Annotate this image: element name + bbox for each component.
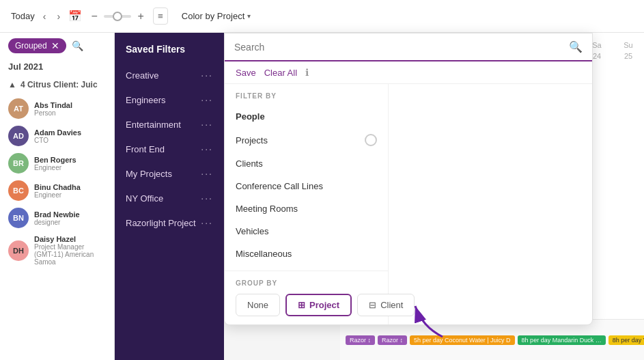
person-row: BC Binu Chadha Engineer: [0, 177, 114, 204]
person-info: Ben Rogers Engineer: [34, 156, 76, 171]
filter-dots-icon[interactable]: ···: [201, 119, 213, 130]
dropdown-arrow-icon: ▾: [247, 12, 251, 20]
filter-label: Razorlight Project: [126, 218, 196, 228]
group-by-section: GROUP BY None ⊞ Project ⊟ Client: [225, 271, 388, 316]
filter-option-label: Vehicles: [236, 226, 268, 236]
zoom-in-button[interactable]: +: [134, 10, 148, 23]
zoom-track: [104, 15, 131, 18]
filter-item-razorlight[interactable]: Razorlight Project ···: [115, 210, 224, 235]
list-view-button[interactable]: ≡: [153, 8, 168, 25]
grouped-tag: Grouped ✕: [8, 38, 66, 53]
grouped-bar: Grouped ✕ 🔍: [0, 33, 114, 59]
zoom-out-button[interactable]: −: [87, 10, 101, 23]
top-bar: Today ‹ › 📅 − + ≡ Color by Project ▾: [0, 0, 644, 33]
filter-by-label: FILTER BY: [225, 92, 388, 105]
zoom-thumb: [113, 12, 122, 21]
person-role: designer: [34, 219, 80, 226]
filter-search-input[interactable]: [234, 42, 563, 53]
avatar: AT: [8, 98, 29, 119]
schedule-chip: 8h per day Yell (YX89) | Hill & Rowe: [608, 335, 644, 345]
left-sidebar: Grouped ✕ 🔍 Jul 2021 ▲ 4 Citrus Client: …: [0, 33, 115, 360]
person-info: Adam Davies CTO: [34, 128, 81, 144]
schedule-chip: 8h per day Mandarin Duck …: [518, 335, 606, 345]
person-info: Brad Newbie designer: [34, 210, 80, 226]
group-none-button[interactable]: None: [236, 294, 280, 316]
search-icon[interactable]: 🔍: [72, 40, 83, 51]
filter-item-frontend[interactable]: Front End ···: [115, 137, 224, 161]
filter-actions: Save Clear All ℹ: [225, 61, 592, 84]
saved-filters-title: Saved Filters: [115, 33, 224, 63]
filter-option-label: People: [236, 111, 265, 122]
calendar-day-su: Su 25: [618, 38, 639, 60]
filter-left-col: FILTER BY People Projects Clients Confer…: [225, 84, 389, 324]
schedule-chip: Razor ↕: [378, 335, 407, 345]
filter-option-clients[interactable]: Clients: [225, 152, 388, 175]
filter-panel: 🔍 Save Clear All ℹ FILTER BY People Proj…: [224, 33, 593, 325]
filter-dots-icon[interactable]: ···: [201, 70, 213, 81]
avatar: BC: [8, 180, 29, 201]
filter-radio[interactable]: [365, 134, 377, 146]
color-by-label: Color by Project: [182, 11, 244, 21]
zoom-controls: − +: [87, 10, 148, 23]
citrus-header: ▲ 4 Citrus Client: Juic: [8, 80, 106, 89]
info-icon: ℹ: [305, 67, 309, 78]
filter-label: Front End: [126, 144, 165, 154]
nav-controls: Today ‹ › 📅 − + ≡: [11, 8, 168, 25]
filter-option-meeting[interactable]: Meeting Rooms: [225, 197, 388, 220]
citrus-title: 4 Citrus Client: Juic: [20, 80, 98, 89]
calendar-icon: 📅: [68, 10, 82, 23]
filter-label: My Projects: [126, 169, 172, 179]
filter-dots-icon[interactable]: ···: [201, 143, 213, 154]
person-row: AT Abs Tindal Person: [0, 95, 114, 122]
next-button[interactable]: ›: [54, 10, 63, 23]
person-name: Abs Tindal: [34, 101, 72, 109]
schedule-chip: Razor ↕: [346, 335, 375, 345]
filter-option-label: Clients: [236, 158, 263, 169]
today-button[interactable]: Today: [11, 11, 35, 21]
group-client-button[interactable]: ⊟ Client: [357, 294, 415, 316]
person-role: Project Manager: [34, 243, 106, 251]
avatar: BR: [8, 153, 29, 174]
filter-dots-icon[interactable]: ···: [201, 193, 213, 204]
filter-dots-icon[interactable]: ···: [201, 217, 213, 228]
person-info: Abs Tindal Person: [34, 101, 72, 117]
group-project-label: Project: [309, 300, 339, 310]
filter-dots-icon[interactable]: ···: [201, 94, 213, 105]
filter-option-label: Projects: [236, 135, 268, 146]
filter-item-creative[interactable]: Creative ···: [115, 63, 224, 87]
filter-item-entertainment[interactable]: Entertainment ···: [115, 112, 224, 137]
color-by-section: Color by Project ▾: [182, 11, 251, 21]
filter-option-misc[interactable]: Miscellaneous: [225, 243, 388, 265]
person-role: Engineer: [34, 191, 81, 199]
saved-filters-panel: Saved Filters Creative ··· Engineers ···…: [115, 33, 224, 360]
person-row: DH Daisy Hazel Project Manager (GMT-11) …: [0, 232, 114, 269]
clear-all-button[interactable]: Clear All: [264, 68, 297, 78]
filter-item-myprojects[interactable]: My Projects ···: [115, 161, 224, 186]
avatar: BN: [8, 208, 29, 228]
filter-search-bar: 🔍: [225, 33, 592, 61]
filter-label: Entertainment: [126, 120, 181, 130]
filter-option-projects[interactable]: Projects: [225, 128, 388, 152]
person-role: CTO: [34, 137, 81, 144]
person-row: BR Ben Rogers Engineer: [0, 150, 114, 177]
filter-option-people[interactable]: People: [225, 105, 388, 128]
person-row: AD Adam Davies CTO: [0, 122, 114, 150]
person-info: Binu Chadha Engineer: [34, 183, 81, 199]
save-button[interactable]: Save: [236, 68, 256, 78]
filter-option-vehicles[interactable]: Vehicles: [225, 220, 388, 243]
filter-option-label: Miscellaneous: [236, 249, 292, 259]
avatar: DH: [8, 240, 29, 261]
person-name: Adam Davies: [34, 128, 81, 137]
filter-dots-icon[interactable]: ···: [201, 168, 213, 179]
person-name: Binu Chadha: [34, 183, 81, 191]
filter-label: NY Office: [126, 193, 163, 204]
prev-button[interactable]: ‹: [40, 10, 49, 23]
filter-option-conference[interactable]: Conference Call Lines: [225, 175, 388, 197]
person-info: Daisy Hazel Project Manager (GMT-11) Ame…: [34, 235, 106, 266]
filter-item-nyoffice[interactable]: NY Office ···: [115, 186, 224, 210]
filter-label: Creative: [126, 70, 158, 81]
group-project-button[interactable]: ⊞ Project: [285, 294, 352, 316]
filter-item-engineers[interactable]: Engineers ···: [115, 87, 224, 112]
grouped-close-icon[interactable]: ✕: [51, 41, 59, 51]
person-name: Daisy Hazel: [34, 235, 106, 243]
